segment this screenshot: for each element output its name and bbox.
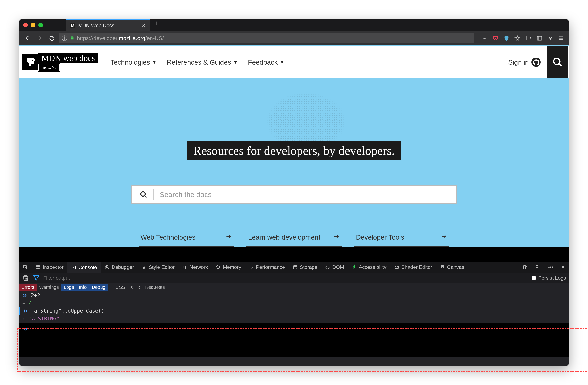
persist-logs-label: Persist Logs	[538, 275, 566, 281]
console-text: 2+2	[31, 292, 40, 298]
devtools-tab-memory[interactable]: Memory	[212, 262, 245, 273]
console-input[interactable]: ≫	[19, 323, 569, 357]
chevron-down-icon: ▼	[152, 60, 157, 65]
reload-button[interactable]	[46, 33, 58, 44]
devtools-tab-console[interactable]: Console	[67, 262, 101, 273]
shortcut-label: Web Technologies	[140, 233, 195, 241]
browser-tab[interactable]: MDN Web Docs ✕	[66, 19, 150, 31]
app-menu-icon[interactable]	[557, 34, 566, 43]
browser-window: MDN Web Docs ✕ + ⓘ	[19, 19, 569, 366]
devtools-tab-inspector[interactable]: Inspector	[32, 262, 67, 273]
chevron-down-icon: ▼	[233, 60, 238, 65]
arrow-right-icon	[333, 233, 340, 242]
shortcut-devtools[interactable]: Developer Tools	[354, 229, 449, 247]
signin-link[interactable]: Sign in	[502, 58, 547, 67]
shortcut-web-technologies[interactable]: Web Technologies	[139, 229, 234, 247]
checkbox-icon	[532, 276, 536, 280]
input-prompt-icon: ≫	[22, 326, 28, 332]
cat-debug[interactable]: Debug	[89, 284, 108, 291]
minimize-window-button[interactable]	[31, 23, 36, 27]
library-icon[interactable]	[524, 34, 533, 43]
arrow-right-icon	[225, 233, 232, 242]
sidebars-icon[interactable]	[535, 34, 544, 43]
tab-bar: MDN Web Docs ✕ +	[19, 19, 569, 31]
nav-feedback[interactable]: Feedback▼	[248, 59, 284, 66]
dock-mode-icon[interactable]	[532, 262, 544, 273]
site-info-icon[interactable]: ⓘ	[62, 35, 67, 42]
hero-title: Resources for developers, by developers.	[187, 142, 401, 160]
nav-references[interactable]: References & Guides▼	[167, 59, 238, 66]
overflow-icon[interactable]	[546, 34, 555, 43]
lock-icon[interactable]	[70, 35, 74, 41]
persist-logs-toggle[interactable]: Persist Logs	[532, 275, 566, 281]
github-icon	[531, 58, 541, 67]
mdn-favicon-icon	[70, 23, 75, 28]
console-filter-input[interactable]	[43, 275, 529, 281]
url-text: https://developer.mozilla.org/en-US/	[77, 35, 164, 41]
open-search-button[interactable]	[547, 46, 568, 78]
devtools-tab-accessibility[interactable]: Accessibility	[348, 262, 390, 273]
devtools-tab-canvas[interactable]: Canvas	[436, 262, 468, 273]
main-nav: Technologies▼ References & Guides▼ Feedb…	[110, 59, 284, 66]
console-row: ← 4	[19, 299, 569, 307]
close-tab-icon[interactable]: ✕	[142, 22, 146, 29]
doc-search-input[interactable]	[160, 190, 448, 199]
back-button[interactable]	[22, 33, 33, 44]
page-content: MDN web docs moz://a Technologies▼ Refer…	[19, 45, 569, 247]
svg-rect-11	[441, 265, 444, 269]
devtools-tab-performance[interactable]: Performance	[245, 262, 289, 273]
shortcut-learn[interactable]: Learn web development	[247, 229, 341, 247]
element-picker-icon[interactable]	[19, 262, 32, 273]
devtools-menu-icon[interactable]: •••	[544, 262, 557, 273]
devtools-tab-network[interactable]: Network	[178, 262, 212, 273]
console-output: ≫ 2+2 ← 4 ≫ "a String".toUpperCase() ← "…	[19, 291, 569, 366]
devtools-tab-debugger[interactable]: Debugger	[101, 262, 138, 273]
chevron-down-icon: ▼	[280, 60, 284, 65]
devtools-tab-storage[interactable]: Storage	[289, 262, 321, 273]
bookmark-icon[interactable]	[513, 34, 522, 43]
devtools-tab-style-editor[interactable]: Style Editor	[138, 262, 178, 273]
cat-css[interactable]: CSS	[113, 284, 127, 291]
cat-requests[interactable]: Requests	[143, 284, 167, 291]
doc-search[interactable]	[131, 185, 457, 204]
mdn-logo[interactable]: MDN web docs moz://a	[20, 53, 102, 71]
forward-button[interactable]	[34, 33, 45, 44]
output-prompt-icon: ←	[22, 300, 25, 306]
clear-console-icon[interactable]	[22, 274, 30, 282]
tracking-protection-icon[interactable]	[502, 34, 511, 43]
close-window-button[interactable]	[23, 23, 28, 27]
hero: Resources for developers, by developers.…	[19, 78, 569, 247]
svg-point-8	[293, 265, 297, 267]
svg-rect-0	[537, 36, 542, 40]
pocket-icon[interactable]	[491, 34, 500, 43]
toolbar: ⓘ https://developer.mozilla.org/en-US/ •…	[19, 31, 569, 45]
filter-icon[interactable]	[33, 274, 40, 282]
maximize-window-button[interactable]	[39, 23, 43, 27]
devtools-panel: Inspector Console Debugger Style Editor …	[19, 262, 569, 366]
search-icon	[140, 191, 147, 198]
devtools-close-icon[interactable]: ✕	[557, 262, 569, 273]
cat-info[interactable]: Info	[76, 284, 89, 291]
cat-logs[interactable]: Logs	[61, 284, 76, 291]
input-prompt-icon: ≫	[22, 308, 28, 314]
nav-technologies[interactable]: Technologies▼	[110, 59, 157, 66]
svg-rect-4	[36, 265, 40, 268]
responsive-design-icon[interactable]	[519, 262, 532, 273]
cat-warnings[interactable]: Warnings	[37, 284, 61, 291]
url-bar[interactable]: ⓘ https://developer.mozilla.org/en-US/	[59, 33, 474, 43]
page-actions-icon[interactable]: •••	[480, 34, 489, 43]
svg-point-2	[141, 192, 145, 196]
svg-point-9	[354, 264, 355, 265]
svg-rect-7	[217, 266, 219, 268]
devtools-tab-dom[interactable]: DOM	[321, 262, 348, 273]
shortcut-label: Learn web development	[248, 233, 320, 241]
input-prompt-icon: ≫	[22, 292, 28, 298]
signin-label: Sign in	[508, 59, 529, 66]
console-text: "a String".toUpperCase()	[31, 308, 104, 314]
new-tab-button[interactable]: +	[150, 19, 163, 31]
cat-xhr[interactable]: XHR	[128, 284, 143, 291]
devtools-tab-shader[interactable]: Shader Editor	[390, 262, 436, 273]
cat-errors[interactable]: Errors	[19, 284, 37, 291]
accessibility-icon	[352, 264, 357, 270]
site-header: MDN web docs moz://a Technologies▼ Refer…	[19, 46, 569, 78]
